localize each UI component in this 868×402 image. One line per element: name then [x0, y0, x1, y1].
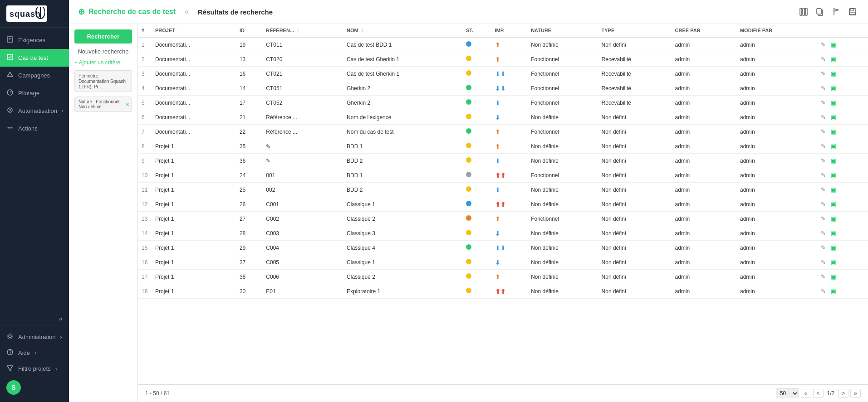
folder-button[interactable]: ▣	[829, 127, 838, 136]
sidebar-item-administration[interactable]: Administration ›	[6, 329, 63, 345]
folder-button[interactable]: ▣	[829, 40, 838, 49]
folder-button[interactable]: ▣	[829, 185, 838, 194]
edit-button[interactable]: ✎	[819, 214, 828, 223]
table-wrapper[interactable]: # PROJET ↑ ID RÉFÉREN... ↑ NOM ↑ ST. IMP…	[138, 24, 868, 384]
cell-nature: Non définie	[527, 197, 598, 212]
folder-button[interactable]: ▣	[829, 156, 838, 165]
aide-icon: ?	[6, 349, 14, 357]
columns-icon[interactable]	[797, 5, 810, 18]
cell-projet: Documentati...	[152, 67, 236, 81]
sidebar-item-actions[interactable]: Actions	[0, 120, 69, 137]
prev-page-button[interactable]: <	[813, 389, 824, 398]
cell-modifie-par: admin	[736, 212, 815, 226]
sidebar-item-pilotage[interactable]: Pilotage	[0, 84, 69, 102]
edit-button[interactable]: ✎	[819, 40, 828, 49]
edit-button[interactable]: ✎	[819, 272, 828, 281]
flag-icon[interactable]	[830, 5, 843, 18]
edit-button[interactable]: ✎	[819, 229, 828, 237]
col-nom[interactable]: NOM ↑	[343, 24, 462, 37]
edit-button[interactable]: ✎	[819, 55, 828, 63]
folder-button[interactable]: ▣	[829, 200, 838, 208]
edit-button[interactable]: ✎	[819, 127, 828, 136]
folder-button[interactable]: ▣	[829, 229, 838, 237]
cell-modifie-par: admin	[736, 154, 815, 168]
cell-statut	[462, 212, 491, 226]
folder-button[interactable]: ▣	[829, 84, 838, 92]
folder-button[interactable]: ▣	[829, 171, 838, 179]
edit-button[interactable]: ✎	[819, 185, 828, 194]
header-icon: ⊕	[78, 7, 85, 17]
edit-button[interactable]: ✎	[819, 156, 828, 165]
col-actions	[815, 24, 868, 37]
cell-nom: Classique 4	[343, 241, 462, 255]
collapse-sidebar-button[interactable]: «	[59, 315, 63, 322]
cell-num: 14	[138, 226, 152, 241]
col-statut: ST.	[462, 24, 491, 37]
first-page-button[interactable]: «	[801, 389, 811, 398]
edit-button[interactable]: ✎	[819, 243, 828, 252]
cell-cree-par: admin	[672, 284, 736, 299]
cell-cree-par: admin	[672, 139, 736, 154]
new-search-button[interactable]: Nouvelle recherche	[74, 48, 132, 55]
folder-button[interactable]: ▣	[829, 243, 838, 252]
cell-id: 24	[236, 168, 262, 183]
edit-button[interactable]: ✎	[819, 84, 828, 92]
cell-reference: ✎	[262, 139, 343, 154]
folder-button[interactable]: ▣	[829, 287, 838, 295]
sidebar-item-aide[interactable]: ? Aide ›	[6, 345, 63, 361]
cell-reference: Référence ...	[262, 110, 343, 125]
cell-nature: Fonctionnel	[527, 52, 598, 67]
cell-statut	[462, 255, 491, 270]
cell-id: 37	[236, 255, 262, 270]
cell-statut	[462, 81, 491, 96]
page-size-select[interactable]: 50 25 100	[776, 388, 799, 398]
edit-button[interactable]: ✎	[819, 98, 828, 107]
add-criterion-button[interactable]: + Ajouter un critère	[74, 59, 132, 66]
col-projet[interactable]: PROJET ↑	[152, 24, 236, 37]
edit-button[interactable]: ✎	[819, 69, 828, 78]
edit-button[interactable]: ✎	[819, 287, 828, 295]
copy-icon[interactable]	[814, 5, 826, 18]
cell-statut	[462, 226, 491, 241]
cell-row-actions: ✎ ▣	[815, 67, 868, 81]
sidebar-item-exigences[interactable]: Exigences	[0, 31, 69, 49]
edit-button[interactable]: ✎	[819, 200, 828, 208]
edit-button[interactable]: ✎	[819, 142, 828, 150]
user-avatar[interactable]: S	[6, 380, 21, 395]
cell-type: Non défini	[598, 226, 672, 241]
cell-nature: Non définie	[527, 226, 598, 241]
folder-button[interactable]: ▣	[829, 142, 838, 150]
folder-button[interactable]: ▣	[829, 55, 838, 63]
folder-button[interactable]: ▣	[829, 69, 838, 78]
cell-importance: ⬆	[491, 52, 528, 67]
cell-modifie-par: admin	[736, 37, 815, 52]
folder-button[interactable]: ▣	[829, 272, 838, 281]
last-page-button[interactable]: »	[850, 389, 861, 398]
save-icon[interactable]	[846, 5, 859, 18]
edit-button[interactable]: ✎	[819, 258, 828, 266]
cell-row-actions: ✎ ▣	[815, 52, 868, 67]
sidebar-item-automatisation[interactable]: Automatisation ›	[0, 102, 69, 120]
col-reference[interactable]: RÉFÉREN... ↑	[262, 24, 343, 37]
sidebar-item-filtre-projets[interactable]: Filtre projets ›	[6, 361, 63, 377]
cell-type: Non défini	[598, 212, 672, 226]
edit-button[interactable]: ✎	[819, 171, 828, 179]
sidebar-item-campagnes[interactable]: Campagnes	[0, 67, 69, 84]
actions-icon	[6, 124, 14, 133]
cell-type: Non défini	[598, 241, 672, 255]
next-page-button[interactable]: >	[838, 389, 848, 398]
folder-button[interactable]: ▣	[829, 113, 838, 121]
edit-button[interactable]: ✎	[819, 113, 828, 121]
cell-cree-par: admin	[672, 52, 736, 67]
folder-button[interactable]: ▣	[829, 214, 838, 223]
sidebar-item-cas-de-test[interactable]: Cas de test	[0, 49, 69, 67]
cell-id: 16	[236, 67, 262, 81]
cell-num: 12	[138, 197, 152, 212]
cell-nom: Gherkin 2	[343, 96, 462, 110]
remove-filter-nature[interactable]: ×	[126, 101, 129, 108]
folder-button[interactable]: ▣	[829, 258, 838, 266]
cell-num: 15	[138, 241, 152, 255]
cell-num: 3	[138, 67, 152, 81]
search-button[interactable]: Rechercher	[74, 29, 132, 44]
folder-button[interactable]: ▣	[829, 98, 838, 107]
